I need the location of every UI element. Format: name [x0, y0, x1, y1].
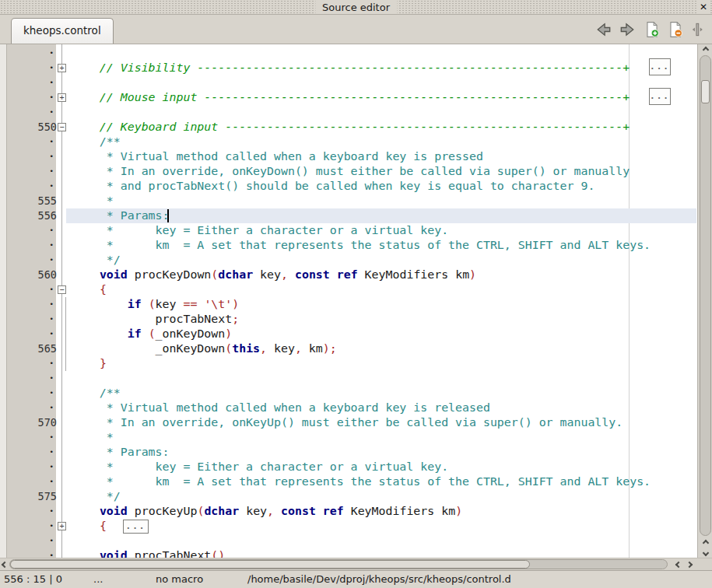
- status-bar: 556 : 15 | 0 ... no macro /home/basile/D…: [0, 570, 712, 588]
- gutter-line-number: 565: [14, 341, 60, 356]
- tab-kheops-control[interactable]: kheops.control: [11, 18, 114, 44]
- code-line[interactable]: * and procTabNext() should be called whe…: [72, 179, 595, 194]
- code-line[interactable]: // Keyboard input ----------------------…: [72, 120, 630, 135]
- gutter-line-number: •: [14, 386, 60, 401]
- close-icon[interactable]: ✕: [698, 1, 709, 13]
- fold-toggle[interactable]: +: [58, 64, 66, 72]
- scroll-up-button-bottom[interactable]: [698, 537, 712, 548]
- vertical-scroll-track[interactable]: [700, 55, 711, 536]
- horizontal-scroll-track[interactable]: [9, 559, 668, 569]
- tab-label: kheops.control: [23, 24, 101, 37]
- gutter-line-number: •: [14, 282, 60, 297]
- gutter-line-number: •: [14, 312, 60, 327]
- gutter-line-number: •: [14, 327, 60, 341]
- fold-toggle[interactable]: −: [58, 285, 66, 294]
- code-line[interactable]: */: [72, 253, 121, 268]
- code-line[interactable]: * km = A set that represents the status …: [72, 474, 651, 489]
- code-editor-area[interactable]: •••••550••••555556•••560••••565••••570••…: [0, 44, 712, 558]
- split-view-icon: [689, 26, 706, 41]
- gutter-line-number: •: [14, 504, 60, 519]
- code-line[interactable]: void procTabNext(): [72, 548, 225, 558]
- gutter-line-number: •: [14, 75, 60, 90]
- gutter-line-number: •: [14, 90, 60, 105]
- code-line[interactable]: * key = Either a character or a virtual …: [72, 460, 448, 474]
- gutter-line-number: •: [14, 164, 60, 179]
- code-line[interactable]: if (_onKeyDown): [72, 327, 232, 341]
- go-forward-button[interactable]: [619, 21, 636, 38]
- gutter-line-number: •: [14, 534, 60, 548]
- gutter-line-number: •: [14, 356, 60, 371]
- remove-document-button[interactable]: [667, 21, 684, 38]
- scroll-right-button[interactable]: [684, 559, 695, 570]
- horizontal-scroll-thumb[interactable]: [10, 560, 530, 569]
- status-panel-2: ...: [93, 571, 103, 588]
- scroll-up-button[interactable]: [698, 44, 712, 55]
- code-line[interactable]: * Params:: [72, 208, 170, 223]
- collapsed-fold-ellipsis[interactable]: ...: [649, 88, 671, 105]
- code-line[interactable]: * Virtual method called when a keyboard …: [72, 149, 483, 164]
- code-line[interactable]: *: [72, 194, 114, 208]
- code-line[interactable]: if (key == '\t'): [72, 297, 239, 312]
- code-line[interactable]: */: [72, 489, 121, 504]
- split-view-button[interactable]: [689, 21, 706, 38]
- gutter-margin-strip: [0, 44, 7, 558]
- code-line[interactable]: procTabNext;: [72, 312, 239, 327]
- forward-arrow-icon: [619, 26, 636, 41]
- back-arrow-icon: [595, 26, 612, 41]
- code-line[interactable]: }: [72, 356, 107, 371]
- remove-document-icon: [667, 26, 684, 41]
- chevron-up-icon: [702, 539, 708, 545]
- code-line[interactable]: /**: [72, 386, 121, 401]
- code-line[interactable]: /**: [72, 135, 121, 149]
- caret-position-panel: 556 : 15 | 0: [4, 571, 62, 588]
- code-line[interactable]: * Virtual method called when a keyboard …: [72, 401, 490, 415]
- gutter-line-number: •: [14, 430, 60, 445]
- gutter-line-number: •: [14, 223, 60, 238]
- scroll-down-button[interactable]: [698, 548, 712, 558]
- gutter-line-number: •: [14, 253, 60, 268]
- code-line[interactable]: // Visibility --------------------------…: [72, 61, 630, 75]
- tab-bar: kheops.control: [0, 15, 712, 44]
- fold-toggle[interactable]: +: [58, 93, 66, 102]
- gutter-line-number: •: [14, 297, 60, 312]
- source-editor-window: Source editor ✕ kheops.control: [0, 0, 712, 588]
- code-line[interactable]: * In an override, onKeyUp() must either …: [72, 415, 623, 430]
- gutter-line-number: •: [14, 179, 60, 194]
- collapsed-fold-ellipsis[interactable]: ...: [123, 520, 149, 534]
- code-line[interactable]: *: [72, 430, 114, 445]
- code-line[interactable]: * key = Either a character or a virtual …: [72, 223, 448, 238]
- code-line[interactable]: {: [72, 519, 107, 534]
- scroll-left-button[interactable]: [0, 559, 9, 570]
- gutter-line-number: •: [14, 371, 60, 386]
- gutter-line-number: •: [14, 149, 60, 164]
- fold-tree-line: [61, 44, 62, 558]
- vertical-scroll-thumb[interactable]: [701, 80, 710, 103]
- code-line[interactable]: _onKeyDown(this, key, km);: [72, 341, 337, 356]
- go-back-button[interactable]: [595, 21, 612, 38]
- gutter-line-number: •: [14, 474, 60, 489]
- gutter-line-number: •: [14, 401, 60, 415]
- new-document-button[interactable]: [644, 21, 661, 38]
- gutter-line-number: 556: [14, 208, 60, 223]
- chevron-right-icon: [686, 562, 693, 568]
- horizontal-scrollbar[interactable]: [0, 558, 712, 570]
- code-line[interactable]: * km = A set that represents the status …: [72, 238, 651, 253]
- macro-state-panel: no macro: [156, 571, 203, 588]
- gutter-line-number: •: [14, 519, 60, 534]
- code-line[interactable]: {: [72, 282, 107, 297]
- code-line[interactable]: void procKeyUp(dchar key, const ref KeyM…: [72, 504, 462, 519]
- fold-toggle[interactable]: +: [58, 522, 66, 530]
- vertical-scrollbar[interactable]: [697, 44, 712, 558]
- collapsed-fold-ellipsis[interactable]: ...: [649, 58, 671, 75]
- fold-toggle[interactable]: −: [58, 123, 66, 131]
- code-line[interactable]: // Mouse input -------------------------…: [72, 90, 630, 105]
- scroll-left-button-right[interactable]: [673, 559, 684, 570]
- code-line[interactable]: * In an override, onKeyDown() must eithe…: [72, 164, 630, 179]
- code-line[interactable]: * Params:: [72, 445, 170, 460]
- chevron-down-icon: [702, 549, 708, 555]
- chevron-left-icon: [675, 562, 682, 568]
- code-line[interactable]: void procKeyDown(dchar key, const ref Ke…: [72, 268, 476, 282]
- gutter-line-number: •: [14, 445, 60, 460]
- gutter-line-number: •: [14, 548, 60, 558]
- gutter-line-number: 560: [14, 268, 60, 282]
